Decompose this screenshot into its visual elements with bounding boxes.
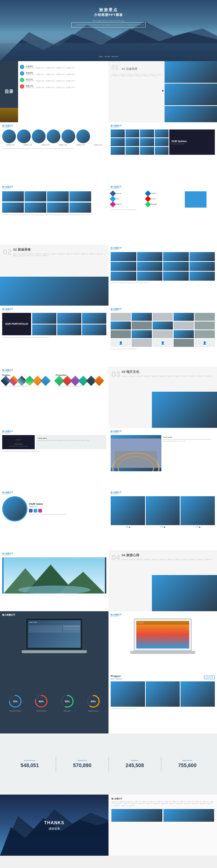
circle-img-5 [61, 129, 75, 143]
sq-img-4 [190, 252, 215, 261]
slide-photo-squares: 输入标题文字 输入标题文字 Lorem ipsum dolor sit amet… [109, 244, 217, 306]
slide-mosaic: 输入标题文字 输入标题文字 👤 👤 👤 Lorem ipsum dol [109, 306, 217, 367]
team-avatar [2, 496, 27, 522]
social-img [185, 191, 207, 208]
section-04-title: 04 旅游心得 [122, 553, 212, 558]
toc-content: 1 沿途风景 这里输入文字，这里输入文字，这里输入文字，这里输入文字，这里输入文… [20, 65, 107, 91]
final-img-2 [163, 809, 214, 822]
section-03-img [152, 392, 217, 428]
grid-img-5 [111, 138, 125, 146]
slide-forest: 输入标题文字 输入标题文字 [0, 550, 109, 611]
sub-input-9: 输入标题文字 [2, 432, 106, 434]
mosaic-gray-7 [111, 330, 131, 338]
grid-img-8 [155, 138, 169, 146]
toc-item-4: 4 旅游心得 这里输入文字，这里输入文字，这里输入文字，这里输入文字，这里输入文… [20, 84, 107, 89]
port-img-5 [57, 324, 81, 335]
sunset-img-3 [180, 496, 215, 525]
project-img-1 [111, 681, 145, 707]
section-04-num: 04 [111, 553, 120, 562]
toc-slide: 目录 1 沿途风景 这里输入文字，这里输入文字，这里输入文字，这里输入文字，这里… [0, 61, 109, 122]
mosaic-gray-9 [195, 330, 215, 338]
sub-input-15: 输入标题文字 [111, 616, 215, 617]
sub-input-12: 输入标题文字 [111, 493, 215, 495]
mosaic-img-5 [132, 330, 152, 338]
section-01-slide: 01 01 沿途风景 这里输入文字，这里输入文字，这里输入文字，这里输入文字，这… [109, 61, 217, 122]
sq-img-3 [163, 252, 189, 261]
col-label-1: 这里输入文字 [2, 144, 19, 146]
circle-progress-3: 55% [60, 694, 75, 709]
slide-social-icons: 输入标题文字 输入标题文字 Facebook Twitter Instagram [109, 183, 217, 244]
sq-img-10 [137, 272, 163, 281]
forest-img [2, 557, 106, 593]
section-01-title: 01 沿途风景 [122, 67, 137, 71]
project-year-label: 2017 Works [111, 678, 122, 680]
team-tw[interactable]: t [34, 509, 37, 512]
sq-img-11 [163, 272, 189, 281]
col-label-3: 这里输入文字 [37, 144, 54, 146]
slide-laptop-light: 输入标题文字 输入标题文字 输入标题文字 [109, 611, 217, 672]
strip-img-8 [69, 203, 91, 213]
toc-item-2: 2 旅途风景 这里输入文字，这里输入文字，这里输入文字，这里输入文字，这里输入文… [20, 71, 107, 76]
circle-progress-2: 80% [34, 694, 48, 709]
port-img-3 [82, 313, 106, 324]
sub-input-7: 输入标题文字 [111, 310, 215, 311]
team-ig[interactable]: i [38, 509, 42, 512]
sq-img-9 [111, 272, 136, 281]
circle-img-1 [2, 129, 16, 143]
sub-input-10: 输入标题文字 [111, 432, 215, 434]
portofolio-label: OUR PORTOFOLIO [5, 322, 28, 326]
view-more-btn[interactable]: VIEW MORE [204, 676, 215, 679]
slide-product-promotion: 输入标题文字 输入标题文字 Product Lorem ipsum dolor … [0, 367, 109, 428]
project-img-3 [180, 681, 215, 707]
sub-input-1: 输入标题文字 [2, 127, 106, 128]
mosaic-gray-8 [153, 330, 173, 338]
stat-happy: Happy Business 755,600 [161, 760, 213, 768]
sub-input-4: 输入标题文字 [111, 188, 215, 189]
section-01-text: 这里输入文字，这里输入文字，这里输入文字，这里输入文字，这里输入文字，这里输入文… [111, 74, 163, 77]
circle-img-3 [32, 129, 46, 143]
grid-img-7 [140, 138, 154, 146]
svg-rect-5 [115, 451, 157, 468]
sq-img-5 [111, 262, 136, 271]
svg-text:75%: 75% [13, 700, 18, 703]
cover-info: 主编人：XX 时间：XX年XX月 [99, 56, 118, 58]
grid-img-10 [125, 147, 140, 155]
person-icon-3: 👤 [195, 339, 215, 347]
circle-img-4 [47, 129, 60, 143]
grid-img-4 [155, 129, 169, 137]
body-text-4: Lorem ipsum dolor sit amet consectetur a… [111, 282, 215, 284]
laptop-screen: HOME STUDIO [28, 620, 81, 648]
mosaic-gray-2 [153, 313, 173, 321]
grid-img-1 [111, 129, 125, 137]
project-label: Project [111, 675, 122, 678]
grid-img-12 [155, 147, 169, 155]
section-02-title: 02 旅途美食 [13, 247, 106, 252]
our-fashion-text: Lorem ipsum dolor sit amet [171, 143, 213, 145]
slide-project-2017: Project 2017 Works VIEW MORE Lorem ipsum… [109, 672, 217, 733]
slide-three-sunsets: 输入标题文字 输入标题文字 🔗 🐦 📸 🔗 🐦 📸 🔗 🐦 📸 [109, 489, 217, 550]
col-label-4: 这里输入文字 [55, 144, 72, 146]
whatsapp-icon [145, 201, 151, 208]
slide-our-team: 输入标题文字 输入标题文字 OUR team JIMMY KIT f t i L… [0, 489, 109, 550]
section-02-num: 02 [3, 247, 12, 257]
sub-input-2: 输入标题文字 [111, 127, 215, 128]
colosseum-img [111, 435, 161, 471]
col-label-6: 这里输入文字 [90, 144, 107, 146]
laptop-content [29, 625, 62, 633]
instagram-icon [110, 201, 116, 208]
stat-growing: Growing Company 548,051 [4, 760, 56, 768]
team-fb[interactable]: f [29, 509, 33, 512]
circle-label-3: Subscribers [60, 710, 75, 712]
mosaic-img-2 [174, 313, 194, 321]
toc-label: 目录 [5, 89, 13, 95]
jimmy-kit-label: JIMMY KIT [29, 506, 106, 508]
laptop-screen-2: 输入标题文字 [136, 621, 189, 648]
slide-stats-numbers: Growing Company 548,051 Satisfied Client… [0, 733, 217, 795]
section-02-text: 这里输入文字，这里输入文字，这里输入文字，这里输入文字，这里输入文字，这里输入文… [13, 253, 106, 256]
port-img-4 [32, 324, 56, 335]
stat-satisfied: Satisfied Client 570,890 [56, 760, 108, 768]
slide-thanks-main: THANKS 感谢观看 [0, 795, 109, 856]
diamond-img-12 [94, 376, 104, 386]
circle-progress-4: 60% [86, 694, 101, 709]
grid-img-11 [140, 147, 154, 155]
